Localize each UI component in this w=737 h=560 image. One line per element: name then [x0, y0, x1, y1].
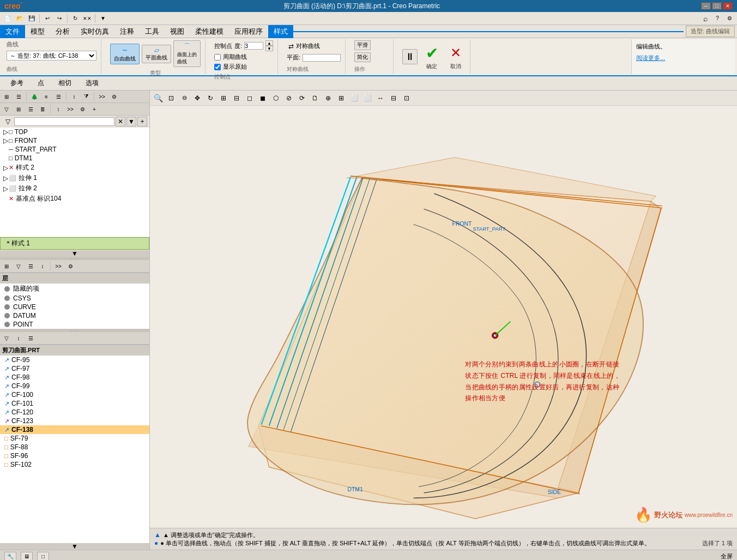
vp-layers[interactable]: ⊕ [322, 92, 334, 104]
layer-sort-btn[interactable]: ↕ [37, 261, 48, 271]
save-button[interactable]: 💾 [26, 14, 37, 23]
lp-filter-btn2[interactable]: ▽ [1, 104, 12, 114]
vp-3d[interactable]: 🗋 [309, 92, 321, 104]
vp-more2[interactable]: ⬜ [348, 92, 360, 104]
search-go-btn[interactable]: ▼ [126, 117, 136, 127]
minimize-button[interactable]: ─ [701, 2, 711, 10]
tab-reference[interactable]: 参考 [4, 77, 29, 89]
layer-item-hidden[interactable]: 隐藏的项 [0, 284, 149, 294]
bi-btn-2[interactable]: 🖥 [21, 552, 33, 561]
degree-up-button[interactable]: ▲ [265, 40, 273, 46]
top-toggle[interactable]: ▷ [2, 128, 9, 136]
regenerate-button[interactable]: ↻ [70, 14, 81, 23]
simplify-button[interactable]: 简化 [354, 52, 371, 62]
help-link[interactable]: 阅读更多... [636, 54, 730, 62]
show-original-checkbox[interactable] [214, 64, 221, 70]
vp-more6[interactable]: ⊡ [401, 92, 413, 104]
ok-button[interactable]: ✔ [422, 43, 442, 63]
surface-curve-button[interactable]: ⌒ 曲面上的曲线 [173, 40, 201, 67]
new-button[interactable]: 📄 [2, 14, 13, 23]
vp-display-style2[interactable]: ◼ [257, 92, 269, 104]
menu-button[interactable]: ▼ [98, 14, 108, 23]
bi-btn-3[interactable]: □ [37, 552, 49, 561]
lp-more-btn[interactable]: >> [96, 92, 107, 101]
part-cf99[interactable]: ↗ CF-99 [0, 382, 149, 390]
tree-item-top[interactable]: ▷ □ TOP [0, 128, 149, 136]
extra-button[interactable]: ✕✕ [82, 14, 93, 23]
part-cf120[interactable]: ↗ CF-120 [0, 408, 149, 417]
pause-button[interactable]: ⏸ [402, 49, 418, 64]
vp-display-style[interactable]: ◻ [244, 92, 256, 104]
vp-zoom-in[interactable]: 🔍 [152, 92, 164, 104]
tree-item-datum104[interactable]: ▷ ✕ 基准点 标识104 [0, 194, 149, 204]
close-button[interactable]: ✕ [723, 2, 733, 10]
vp-section[interactable]: ⊘ [283, 92, 295, 104]
lp-list-btn[interactable]: ☰ [13, 92, 24, 101]
vp-more5[interactable]: ⊟ [388, 92, 400, 104]
vp-spin[interactable]: ⟳ [296, 92, 308, 104]
part-cf98[interactable]: ↗ CF-98 [0, 373, 149, 382]
bi-fullscreen[interactable]: 全屏 [721, 552, 733, 560]
part-cf97[interactable]: ↗ CF-97 [0, 364, 149, 373]
menu-analysis[interactable]: 分析 [50, 25, 75, 38]
tree-item-dtm1[interactable]: ▷ □ DTM1 [0, 154, 149, 162]
free-curve-button[interactable]: ～ 自由曲线 [110, 44, 140, 64]
part-cf101[interactable]: ↗ CF-101 [0, 399, 149, 408]
lp-settings-btn[interactable]: ⚙ [108, 92, 119, 101]
layer-list-btn[interactable]: ☰ [25, 261, 36, 271]
lp-grid2-btn[interactable]: ⊞ [13, 104, 24, 114]
parts-list-btn[interactable]: ☰ [25, 333, 36, 343]
menu-tools[interactable]: 工具 [140, 25, 165, 38]
parts-scroll-down[interactable]: ▼ [0, 543, 149, 550]
plane-curve-button[interactable]: ▱ 平面曲线 [142, 45, 171, 63]
layer-settings-btn[interactable]: ⚙ [65, 261, 76, 271]
lp-tree-btn[interactable]: 🌲 [29, 92, 40, 101]
lp-list2-btn[interactable]: ≡ [41, 92, 52, 101]
lp-filter-btn[interactable]: ⧩ [81, 92, 92, 101]
lp-sort-btn[interactable]: ↕ [69, 92, 80, 101]
tab-tangent[interactable]: 相切 [52, 77, 77, 89]
layer-item-csys[interactable]: CSYS [0, 294, 149, 303]
parts-filter-btn[interactable]: ▽ [1, 333, 12, 343]
part-sf79[interactable]: □ SF-79 [0, 434, 149, 443]
curve-selector[interactable]: ～ 造型: 37: 曲线: CF-138 [7, 51, 96, 61]
tree-item-extrude1[interactable]: ▷ ⬜ 拉伸 1 [0, 173, 149, 183]
vp-more1[interactable]: ⊞ [335, 92, 347, 104]
part-cf123[interactable]: ↗ CF-123 [0, 417, 149, 425]
degree-input[interactable] [244, 42, 263, 50]
menu-file[interactable]: 文件 [0, 25, 25, 38]
front-toggle[interactable]: ▷ [2, 137, 9, 144]
vp-more4[interactable]: ↔ [374, 92, 386, 104]
search-add-btn[interactable]: + [137, 117, 147, 127]
search-button[interactable]: ⌕ [700, 14, 711, 23]
menu-annotation[interactable]: 注释 [114, 25, 140, 38]
help-button[interactable]: ? [712, 14, 723, 23]
layer-filter-btn[interactable]: ▽ [13, 261, 24, 271]
menu-style[interactable]: 样式 [268, 25, 293, 38]
tab-points[interactable]: 点 [32, 77, 50, 89]
tree-item-style2[interactable]: ▷ ✕ 样式 2 [0, 162, 149, 173]
vp-zoom-fit[interactable]: ⊡ [165, 92, 177, 104]
part-cf138[interactable]: ↗ CF-138 [0, 425, 149, 434]
symmetry-button[interactable]: ⇄ 对称曲线 [287, 40, 322, 52]
parts-sort-btn[interactable]: ↕ [13, 333, 24, 343]
menu-flexible[interactable]: 柔性建模 [190, 25, 229, 38]
menu-realtimesim[interactable]: 实时仿真 [75, 25, 114, 38]
search-input[interactable] [14, 117, 114, 126]
vp-zoom-out[interactable]: ⊖ [178, 92, 190, 104]
lp-detail-btn[interactable]: ☰ [53, 92, 64, 101]
part-sf96[interactable]: □ SF-96 [0, 451, 149, 460]
layer-more-btn[interactable]: >> [53, 261, 64, 271]
part-cf100[interactable]: ↗ CF-100 [0, 390, 149, 399]
lp-grid-btn[interactable]: ⊞ [1, 92, 12, 101]
vp-named-view[interactable]: ⊟ [231, 92, 243, 104]
search-filter-btn[interactable]: ▽ [2, 117, 13, 127]
search-clear-btn[interactable]: ✕ [116, 117, 125, 127]
extrude1-toggle[interactable]: ▷ [2, 174, 9, 182]
menu-view[interactable]: 视图 [165, 25, 190, 38]
lp-add-btn[interactable]: + [89, 104, 100, 114]
vp-pan[interactable]: ✥ [191, 92, 203, 104]
plane-input[interactable] [303, 54, 341, 62]
part-sf88[interactable]: □ SF-88 [0, 443, 149, 451]
degree-down-button[interactable]: ▼ [265, 46, 273, 51]
